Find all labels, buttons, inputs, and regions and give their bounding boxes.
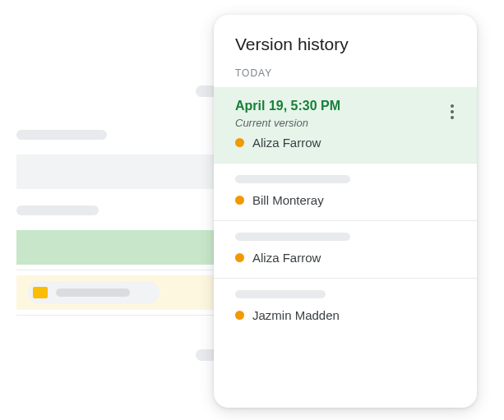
editor-row: Aliza Farrow bbox=[235, 251, 455, 265]
background-document bbox=[16, 115, 222, 316]
editor-dot-icon bbox=[235, 311, 244, 320]
timestamp-placeholder bbox=[235, 233, 350, 241]
more-options-button[interactable] bbox=[442, 102, 462, 122]
slides-icon bbox=[33, 287, 48, 298]
editor-name: Aliza Farrow bbox=[252, 136, 321, 150]
doc-row-gray bbox=[16, 155, 222, 189]
doc-placeholder-line bbox=[16, 130, 107, 140]
panel-title: Version history bbox=[214, 15, 477, 62]
version-subtitle: Current version bbox=[235, 117, 455, 129]
version-entry[interactable]: Bill Monteray bbox=[214, 163, 477, 220]
editor-name: Bill Monteray bbox=[252, 193, 324, 207]
doc-row-green bbox=[16, 230, 222, 265]
timestamp-placeholder bbox=[235, 175, 350, 183]
doc-placeholder-line bbox=[16, 205, 99, 215]
editor-name: Jazmin Madden bbox=[252, 308, 340, 322]
section-today: TODAY bbox=[214, 62, 477, 87]
version-entry[interactable]: Aliza Farrow bbox=[214, 220, 477, 278]
version-entry-current[interactable]: April 19, 5:30 PM Current version Aliza … bbox=[214, 87, 477, 163]
doc-row-yellow bbox=[16, 275, 222, 310]
version-entry[interactable]: Jazmin Madden bbox=[214, 278, 477, 335]
version-history-panel: Version history TODAY April 19, 5:30 PM … bbox=[214, 15, 477, 408]
editor-row: Bill Monteray bbox=[235, 193, 455, 207]
chip-placeholder bbox=[56, 288, 130, 297]
doc-divider bbox=[16, 270, 222, 270]
doc-divider bbox=[16, 315, 222, 316]
version-timestamp: April 19, 5:30 PM bbox=[235, 99, 455, 113]
editor-dot-icon bbox=[235, 253, 244, 262]
editor-name: Aliza Farrow bbox=[252, 251, 321, 265]
editor-row: Aliza Farrow bbox=[235, 136, 455, 150]
timestamp-placeholder bbox=[235, 290, 326, 298]
editor-dot-icon bbox=[235, 196, 244, 205]
editor-row: Jazmin Madden bbox=[235, 308, 455, 322]
doc-chip bbox=[28, 281, 160, 304]
editor-dot-icon bbox=[235, 138, 244, 147]
